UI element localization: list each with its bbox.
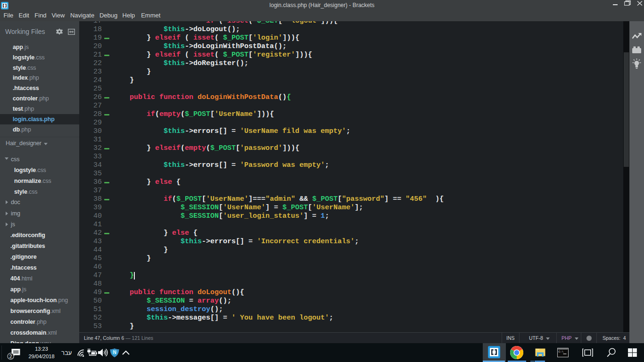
svg-text:N: N (113, 350, 116, 355)
svg-text:2: 2 (9, 354, 12, 359)
svg-text:C:\: C:\ (559, 350, 564, 354)
